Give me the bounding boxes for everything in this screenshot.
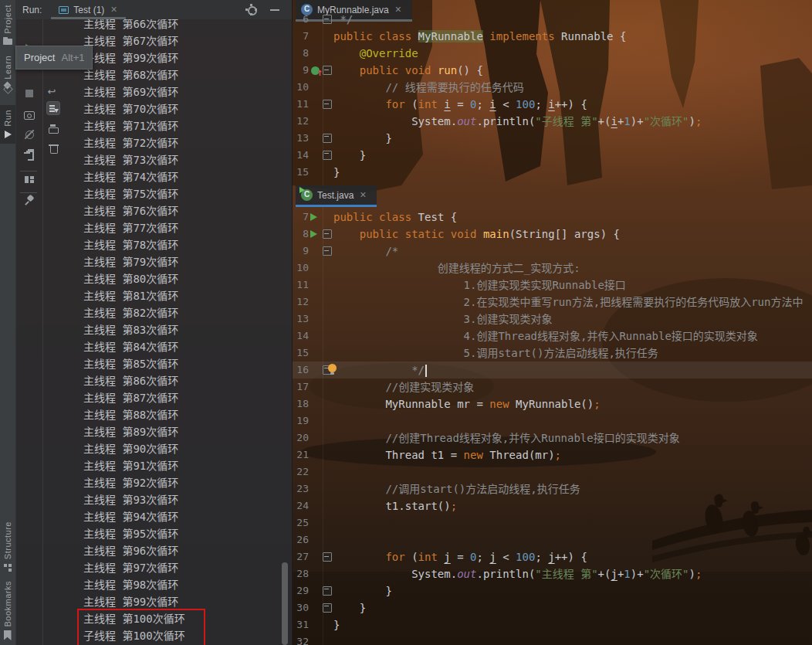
code-line[interactable]: 32	[292, 633, 812, 645]
gutter-slot	[321, 100, 333, 109]
close-icon[interactable]	[358, 189, 370, 202]
code-line[interactable]: 17 //创建实现类对象	[292, 379, 812, 395]
code-line[interactable]: 23 //调用start()方法启动线程,执行任务	[292, 480, 812, 497]
fold-marker-icon[interactable]	[323, 15, 332, 24]
camera-icon[interactable]	[23, 108, 36, 121]
run-line-icon[interactable]	[309, 228, 321, 240]
exit-icon[interactable]	[23, 148, 36, 160]
console-line: 主线程 第82次循环	[63, 304, 292, 321]
code-token	[333, 551, 385, 563]
sidebar-item-learn[interactable]: Learn	[0, 51, 15, 97]
code-line[interactable]: 9 /*	[292, 243, 812, 260]
code-line[interactable]: 16 */	[292, 362, 812, 379]
code-line[interactable]: 14 4.创建Thread线程对象,并传入Runnable接口的实现类对象	[292, 328, 812, 345]
code-line[interactable]: 10 // 线程需要执行的任务代码	[292, 79, 812, 96]
code-line[interactable]: 11 for (int i = 0; i < 100; i++) {	[292, 96, 812, 113]
line-number: 11	[292, 96, 309, 113]
fold-marker-icon[interactable]	[323, 246, 332, 256]
fold-marker-icon[interactable]	[323, 100, 332, 109]
code-line[interactable]: 13 3.创建实现类对象	[292, 311, 812, 328]
code-text: }	[333, 164, 340, 181]
code-line[interactable]: 7public class Test {	[292, 209, 812, 226]
close-icon[interactable]	[109, 4, 121, 16]
console-line: 主线程 第79次循环	[63, 253, 292, 270]
coverage-icon[interactable]	[23, 128, 36, 141]
code-line[interactable]: 7public class MyRunnable implements Runn…	[292, 28, 812, 45]
code-line[interactable]: 18 MyRunnable mr = new MyRunnable();	[292, 395, 812, 412]
code-line[interactable]: 26	[292, 531, 812, 548]
code-line[interactable]: 9 public void run() {	[292, 62, 812, 79]
console-scrollbar[interactable]	[282, 562, 288, 645]
override-marker-icon[interactable]	[311, 66, 320, 75]
code-token: 3.创建实现类对象	[464, 313, 553, 325]
tab-test-java[interactable]: Test.java	[296, 185, 377, 205]
sidebar-item-project[interactable]: Project	[0, 0, 15, 51]
run-config-tab[interactable]: Test (1)	[56, 0, 124, 19]
trash-icon[interactable]	[47, 142, 59, 154]
code-line[interactable]: 20 //创建Thread线程对象,并传入Runnable接口的实现类对象	[292, 429, 812, 446]
code-line[interactable]: 14 }	[292, 147, 812, 164]
fold-marker-icon[interactable]	[323, 151, 332, 160]
code-token: run	[438, 64, 457, 76]
code-token: class	[379, 30, 411, 42]
stop-icon[interactable]	[23, 87, 36, 100]
print-icon[interactable]	[47, 123, 59, 135]
sidebar-item-bookmarks[interactable]: Bookmarks	[0, 576, 15, 645]
code-token: ;	[451, 500, 457, 512]
code-token: MyRunnable	[418, 30, 483, 42]
code-line[interactable]: 19	[292, 412, 812, 429]
hide-panel-icon[interactable]	[269, 4, 281, 16]
scrollend-icon[interactable]	[47, 102, 59, 114]
code-line[interactable]: 25	[292, 514, 812, 531]
code-token: =	[451, 98, 470, 110]
fold-marker-icon[interactable]	[323, 134, 332, 143]
line-number: 13	[292, 311, 309, 328]
code-line[interactable]: 8 public static void main(String[] args)…	[292, 226, 812, 243]
code-line[interactable]: 30 }	[292, 599, 812, 616]
code-line[interactable]: 29 }	[292, 582, 812, 599]
run-line-icon[interactable]	[309, 211, 321, 223]
fold-marker-icon[interactable]	[323, 552, 332, 562]
code-token: 100	[516, 98, 535, 110]
pin-icon[interactable]	[23, 194, 36, 206]
line-number: 26	[292, 531, 309, 548]
fold-marker-icon[interactable]	[323, 603, 332, 613]
fold-marker-icon[interactable]	[323, 229, 332, 239]
code-text: 1.创建实现类实现Runnable接口	[333, 277, 626, 294]
gear-icon[interactable]	[245, 4, 258, 16]
code-line[interactable]: 31}	[292, 616, 812, 633]
line-number: 14	[292, 147, 309, 164]
code-line[interactable]: 11 1.创建实现类实现Runnable接口	[292, 277, 812, 294]
code-line[interactable]: 24 t1.start();	[292, 497, 812, 514]
gutter-slot	[321, 151, 333, 160]
code-line[interactable]: 6 */	[292, 11, 812, 28]
code-token: 1.创建实现类实现Runnable接口	[464, 279, 626, 291]
code-line[interactable]: 12 2.在实现类中重写run方法,把线程需要执行的任务代码放入run方法中	[292, 294, 812, 311]
wrap-icon[interactable]	[47, 86, 59, 98]
code-line[interactable]: 10 创建线程的方式二_实现方式:	[292, 260, 812, 277]
code-text: public static void main(String[] args) {	[333, 226, 620, 243]
layout-icon[interactable]	[23, 174, 36, 186]
fold-marker-icon[interactable]	[323, 586, 332, 596]
code-line[interactable]: 15 5.调用start()方法启动线程,执行任务	[292, 345, 812, 362]
sidebar-item-structure[interactable]: Structure	[0, 517, 15, 576]
code-line[interactable]: 8 @Override	[292, 45, 812, 62]
console-line: 主线程 第74次循环	[63, 168, 292, 185]
console-line: 主线程 第78次循环	[63, 236, 292, 253]
gutter-slot	[321, 586, 333, 596]
code-text: System.out.println("主线程 第"+(j+1)+"次循环");	[333, 565, 702, 582]
code-token	[333, 228, 360, 240]
code-line[interactable]: 21 Thread t1 = new Thread(mr);	[292, 446, 812, 463]
intention-bulb-icon[interactable]	[327, 364, 337, 375]
code-line[interactable]: 15}	[292, 164, 812, 181]
code-token: 100	[516, 551, 535, 563]
code-line[interactable]: 27 for (int j = 0; j < 100; j++) {	[292, 548, 812, 565]
code-line[interactable]: 28 System.out.println("主线程 第"+(j+1)+"次循环…	[292, 565, 812, 582]
code-text: */	[333, 362, 427, 379]
code-line[interactable]: 13 }	[292, 130, 812, 147]
code-token	[333, 64, 360, 76]
sidebar-item-run[interactable]: Run	[0, 105, 15, 144]
code-line[interactable]: 22	[292, 463, 812, 480]
code-line[interactable]: 12 System.out.println("子线程 第"+(i+1)+"次循环…	[292, 113, 812, 130]
fold-marker-icon[interactable]	[323, 66, 332, 75]
